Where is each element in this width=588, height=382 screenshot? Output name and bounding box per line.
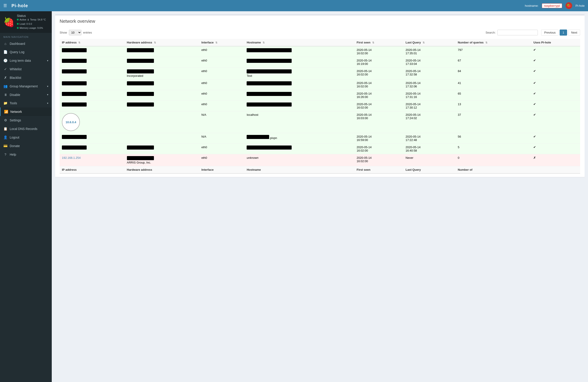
x-icon: ✗ [3, 76, 7, 80]
chevron-down-icon: ▾ [47, 85, 48, 88]
show-entries: Show 10 25 50 100 entries [60, 30, 92, 35]
sidebar-status-info: Status Active 🌡 Temp: 54.8 °C Load: 0 0.… [17, 14, 46, 30]
search-area: Search: [486, 30, 538, 35]
cell-mac [125, 90, 199, 101]
gear-icon: ⚙ [3, 118, 7, 122]
prev-button[interactable]: Previous [541, 29, 559, 36]
cell-interface: N/A [199, 111, 245, 133]
search-input[interactable] [497, 30, 538, 35]
cell-first-seen: 2020-05-1416:02:00 [355, 101, 403, 111]
cell-mac [125, 80, 199, 90]
cell-hostname [244, 101, 354, 111]
dns-icon: 📋 [3, 127, 7, 131]
table-row: N/A.pivpn2020-05-1416:59:002020-05-1417:… [60, 133, 580, 144]
sidebar-item-blacklist[interactable]: ✗ Blacklist [0, 73, 52, 82]
table-row: Incorporatedeth0Text2020-05-1416:02:0020… [60, 67, 580, 80]
cell-hostname [244, 144, 354, 154]
cell-num-queries: 5 [456, 144, 531, 154]
sidebar-item-logout[interactable]: 👤 Logout [0, 133, 52, 142]
redacted-ip [62, 69, 87, 73]
cell-hostname: .pivpn [244, 133, 354, 144]
sidebar-item-long-term-data[interactable]: 🕐 Long term data ▾ [0, 56, 52, 65]
cell-num-queries: 56 [456, 133, 531, 144]
cell-ip [60, 144, 125, 154]
col-header-hardware: Hardware address ⇅ [125, 39, 199, 46]
col-header-interface: Interface ⇅ [199, 39, 245, 46]
cell-num-queries: 65 [456, 90, 531, 101]
cell-hostname [244, 90, 354, 101]
cell-first-seen: 2020-05-1416:02:00 [355, 154, 403, 166]
redacted-hostname [247, 48, 292, 52]
sidebar-item-query-log[interactable]: 📄 Query Log [0, 48, 52, 56]
navbar-brand: Pi-hole [11, 3, 28, 8]
cell-interface: eth0 [199, 46, 245, 57]
menu-icon[interactable]: ☰ [3, 3, 7, 8]
mac-sub: Incorporated [127, 74, 143, 77]
sidebar-item-donate[interactable]: 💳 Donate [0, 142, 52, 150]
cell-interface: eth0 [199, 57, 245, 67]
network-table: IP address ⇅ Hardware address ⇅ Interfac… [60, 39, 580, 174]
cell-uses-pihole: ✔ [531, 111, 580, 133]
sidebar-item-label: Dashboard [10, 42, 25, 45]
sidebar-item-label: Long term data [10, 59, 31, 62]
table-row: eth02020-05-1416:02:002020-05-1416:40:58… [60, 144, 580, 154]
sidebar-status: 🍓 Status Active 🌡 Temp: 54.8 °C Load: 0 … [0, 11, 52, 33]
table-row: eth02020-05-1416:02:002020-05-1417:35:01… [60, 46, 580, 57]
sort-icon-num-queries: ⇅ [485, 41, 487, 44]
sidebar-item-disable[interactable]: ⏸ Disable ▾ [0, 90, 52, 99]
home-icon: ⌂ [3, 42, 7, 45]
sidebar-item-tools[interactable]: 📁 Tools ▾ [0, 99, 52, 108]
table-row: 10.6.0.4N/Alocalhost2020-05-1416:03:0020… [60, 111, 580, 133]
right-controls: Search: Previous 1 Next [486, 29, 580, 36]
redacted-mac [127, 156, 154, 160]
sidebar-item-dashboard[interactable]: ⌂ Dashboard [0, 39, 52, 48]
cell-uses-pihole: ✔ [531, 133, 580, 144]
cell-interface: eth0 [199, 67, 245, 80]
cell-mac: Incorporated [125, 67, 199, 80]
cell-uses-pihole: ✔ [531, 46, 580, 57]
cell-ip [60, 133, 125, 144]
chevron-down-icon: ▾ [47, 59, 48, 62]
cell-ip [60, 101, 125, 111]
sort-icon-first-seen: ⇅ [372, 41, 374, 44]
sidebar-item-local-dns[interactable]: 📋 Local DNS Records [0, 125, 52, 133]
sidebar-logo: 🍓 [3, 18, 15, 26]
footer-interface: Interface [199, 166, 245, 174]
sidebar-item-label: Settings [10, 118, 21, 122]
redacted-mac [127, 102, 154, 107]
cell-ip: 10.6.0.4 [60, 111, 125, 133]
sidebar-item-label: Tools [10, 101, 17, 105]
cell-first-seen: 2020-05-1416:59:00 [355, 133, 403, 144]
ip-link[interactable]: 192.168.1.254 [62, 156, 81, 159]
sidebar-item-label: Query Log [10, 50, 24, 54]
redacted-hostname [247, 102, 292, 107]
cell-first-seen: 2020-05-1416:02:00 [355, 67, 403, 80]
cell-mac: ARRIS Group, Inc. [125, 154, 199, 166]
cell-first-seen: 2020-05-1416:26:00 [355, 90, 403, 101]
cell-first-seen: 2020-05-1416:02:00 [355, 46, 403, 57]
brand-suffix: hole [18, 3, 28, 8]
redacted-ip [62, 92, 87, 96]
sidebar-item-whitelist[interactable]: ✓ Whitelist [0, 65, 52, 73]
redacted-mac [127, 92, 154, 96]
redacted-mac [127, 81, 154, 85]
user-icon: 👤 [3, 135, 7, 139]
network-card: Network overview Show 10 25 50 100 entri… [55, 15, 585, 177]
search-label: Search: [486, 31, 496, 34]
cell-last-query: 2020-05-1417:30:12 [403, 101, 456, 111]
page-1-button[interactable]: 1 [560, 29, 567, 36]
page-title: Network overview [60, 19, 580, 26]
help-icon: ? [3, 153, 7, 156]
cell-uses-pihole: ✔ [531, 57, 580, 67]
sidebar-item-settings[interactable]: ⚙ Settings [0, 116, 52, 125]
sidebar-item-help[interactable]: ? Help [0, 150, 52, 158]
entries-select[interactable]: 10 25 50 100 [69, 30, 82, 35]
sidebar-item-group-management[interactable]: 👥 Group Management ▾ [0, 82, 52, 90]
sidebar-item-network[interactable]: 📶 Network [0, 108, 52, 116]
status-details: Active 🌡 Temp: 54.8 °C Load: 0 0.0 Memor… [17, 18, 46, 30]
next-button[interactable]: Next [568, 29, 580, 36]
cell-uses-pihole: ✔ [531, 90, 580, 101]
navbar-right: hostname: raspberrypi 🍓 Pi-hole [525, 2, 585, 9]
sort-icon-last-query: ⇅ [423, 41, 425, 44]
redacted-ip [62, 59, 87, 63]
